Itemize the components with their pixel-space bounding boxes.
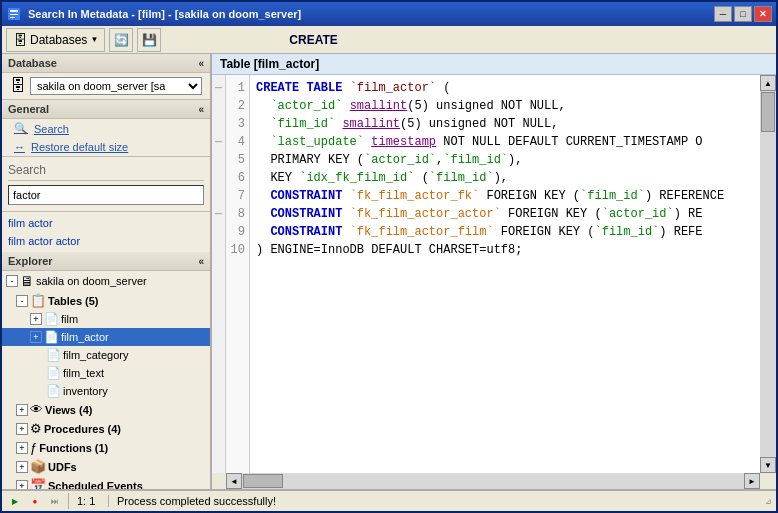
tables-expand[interactable]: - bbox=[16, 295, 28, 307]
explorer-collapse-icon[interactable]: « bbox=[198, 256, 204, 267]
play-controls: ▶ ● ⏭ bbox=[2, 493, 69, 509]
tree-table-inventory[interactable]: 📄 inventory bbox=[2, 382, 210, 400]
inventory-table-icon: 📄 bbox=[46, 384, 61, 398]
udfs-icon: 📦 bbox=[30, 459, 46, 474]
database-section: Database « 🗄 sakila on doom_server [sa bbox=[2, 54, 210, 100]
tree-server[interactable]: - 🖥 sakila on doom_server bbox=[2, 271, 210, 291]
tree-table-film-actor[interactable]: + 📄 film_actor bbox=[2, 328, 210, 346]
tree-events[interactable]: + 📅 Scheduled Events bbox=[2, 476, 210, 489]
search-result-2: film actor actor bbox=[8, 232, 204, 250]
skip-button[interactable]: ⏭ bbox=[46, 493, 64, 509]
window-controls: ─ □ ✕ bbox=[714, 6, 772, 22]
fold-10 bbox=[212, 241, 225, 259]
fold-1[interactable]: ─ bbox=[212, 79, 225, 97]
play-button[interactable]: ▶ bbox=[6, 493, 24, 509]
server-icon: 🖥 bbox=[20, 273, 34, 289]
film-category-table-icon: 📄 bbox=[46, 348, 61, 362]
line-num-8: 8 bbox=[226, 205, 249, 223]
line-num-9: 9 bbox=[226, 223, 249, 241]
film-expand[interactable]: + bbox=[30, 313, 42, 325]
events-expand[interactable]: + bbox=[16, 480, 28, 490]
tree-functions[interactable]: + ƒ Functions (1) bbox=[2, 438, 210, 457]
left-panel: Database « 🗄 sakila on doom_server [sa G… bbox=[2, 54, 212, 489]
stop-button[interactable]: ● bbox=[26, 493, 44, 509]
search-link[interactable]: 🔍 Search bbox=[2, 119, 210, 138]
restore-link[interactable]: ↔ Restore default size bbox=[2, 138, 210, 156]
code-area: ─ ─ ─ 1 2 3 bbox=[212, 75, 760, 473]
refresh-icon: 🔄 bbox=[114, 33, 129, 47]
minimize-button[interactable]: ─ bbox=[714, 6, 732, 22]
horizontal-scrollbar[interactable]: ◄ ► bbox=[226, 473, 760, 489]
code-content[interactable]: CREATE TABLE `film_actor` ( `actor_id` s… bbox=[250, 75, 760, 473]
general-collapse-icon[interactable]: « bbox=[198, 104, 204, 115]
film-actor-expand[interactable]: + bbox=[30, 331, 42, 343]
tree-procedures[interactable]: + ⚙ Procedures (4) bbox=[2, 419, 210, 438]
tables-icon: 📋 bbox=[30, 293, 46, 308]
code-header: Table [film_actor] bbox=[212, 54, 776, 75]
main-area: Database « 🗄 sakila on doom_server [sa G… bbox=[2, 54, 776, 489]
right-panel: Table [film_actor] ─ ─ ─ bbox=[212, 54, 776, 489]
close-button[interactable]: ✕ bbox=[754, 6, 772, 22]
fold-3 bbox=[212, 115, 225, 133]
fold-markers: ─ ─ ─ bbox=[212, 75, 226, 473]
line-num-3: 3 bbox=[226, 115, 249, 133]
main-window: Search In Metadata - [film] - [sakila on… bbox=[0, 0, 778, 513]
events-icon: 📅 bbox=[30, 478, 46, 489]
databases-dropdown[interactable]: 🗄 Databases ▼ bbox=[6, 28, 105, 52]
general-section: General « 🔍 Search ↔ Restore default siz… bbox=[2, 100, 210, 157]
film-text-table-icon: 📄 bbox=[46, 366, 61, 380]
scroll-down-button[interactable]: ▼ bbox=[760, 457, 776, 473]
fold-7 bbox=[212, 187, 225, 205]
procedures-expand[interactable]: + bbox=[16, 423, 28, 435]
line-num-6: 6 bbox=[226, 169, 249, 187]
scroll-thumb-v[interactable] bbox=[761, 92, 775, 132]
fold-9 bbox=[212, 223, 225, 241]
database-icon: 🗄 bbox=[10, 77, 26, 95]
tree-table-film[interactable]: + 📄 film bbox=[2, 310, 210, 328]
svg-rect-3 bbox=[10, 17, 15, 18]
save-icon: 💾 bbox=[142, 33, 157, 47]
scroll-right-button[interactable]: ► bbox=[744, 473, 760, 489]
menu-bar: 🗄 Databases ▼ 🔄 💾 CREATE bbox=[2, 26, 776, 54]
server-expand[interactable]: - bbox=[6, 275, 18, 287]
scroll-left-button[interactable]: ◄ bbox=[226, 473, 242, 489]
search-link-icon: 🔍 bbox=[14, 122, 28, 135]
explorer-section: Explorer « - 🖥 sakila on doom_server - 📋… bbox=[2, 252, 210, 489]
general-section-header: General « bbox=[2, 100, 210, 119]
film-actor-table-icon: 📄 bbox=[44, 330, 59, 344]
app-icon bbox=[6, 6, 22, 22]
database-item: 🗄 sakila on doom_server [sa bbox=[2, 73, 210, 99]
restore-link-icon: ↔ bbox=[14, 141, 25, 153]
refresh-button[interactable]: 🔄 bbox=[109, 28, 133, 52]
line-num-7: 7 bbox=[226, 187, 249, 205]
create-label: CREATE bbox=[289, 33, 337, 47]
udfs-expand[interactable]: + bbox=[16, 461, 28, 473]
tree-views[interactable]: + 👁 Views (4) bbox=[2, 400, 210, 419]
scroll-thumb-h[interactable] bbox=[243, 474, 283, 488]
tree-tables[interactable]: - 📋 Tables (5) bbox=[2, 291, 210, 310]
line-num-5: 5 bbox=[226, 151, 249, 169]
maximize-button[interactable]: □ bbox=[734, 6, 752, 22]
database-collapse-icon[interactable]: « bbox=[198, 58, 204, 69]
save-button[interactable]: 💾 bbox=[137, 28, 161, 52]
functions-expand[interactable]: + bbox=[16, 442, 28, 454]
tree-table-film-text[interactable]: 📄 film_text bbox=[2, 364, 210, 382]
vertical-scrollbar[interactable]: ▲ ▼ bbox=[760, 75, 776, 473]
search-section-label: Search bbox=[8, 163, 204, 181]
fold-4[interactable]: ─ bbox=[212, 133, 225, 151]
fold-8[interactable]: ─ bbox=[212, 205, 225, 223]
film-table-icon: 📄 bbox=[44, 312, 59, 326]
functions-icon: ƒ bbox=[30, 440, 37, 455]
search-input[interactable] bbox=[8, 185, 204, 205]
line-num-1: 1 bbox=[226, 79, 249, 97]
tree-table-film-category[interactable]: 📄 film_category bbox=[2, 346, 210, 364]
resize-grip[interactable]: ⊿ bbox=[760, 493, 776, 509]
scroll-up-button[interactable]: ▲ bbox=[760, 75, 776, 91]
status-text: Process completed successfully! bbox=[117, 495, 276, 507]
database-select[interactable]: sakila on doom_server [sa bbox=[30, 77, 202, 95]
line-numbers: 1 2 3 4 5 6 7 8 9 10 bbox=[226, 75, 250, 473]
tree-udfs[interactable]: + 📦 UDFs bbox=[2, 457, 210, 476]
svg-rect-2 bbox=[10, 14, 18, 15]
title-text: Search In Metadata - [film] - [sakila on… bbox=[28, 8, 301, 20]
views-expand[interactable]: + bbox=[16, 404, 28, 416]
